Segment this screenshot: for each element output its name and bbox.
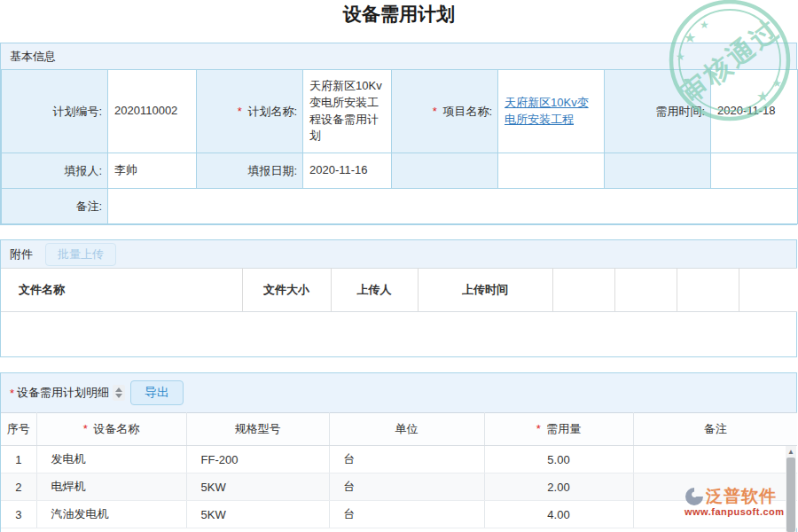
cell-remark [633,446,797,473]
detail-header-row: 序号 * 设备名称 规格型号 单位 * 需用量 备注 [1,413,797,446]
attachments-title: 附件 [10,246,33,262]
col-empty [552,269,614,312]
cell-seq: 3 [1,501,36,528]
cell-unit: 台 [329,473,484,501]
col-file-name: 文件名称 [1,269,242,312]
page: 设备需用计划 基本信息 计划编号: 2020110002 * 计划名称: 天府新… [0,0,798,532]
col-upload-time: 上传时间 [418,269,552,312]
required-icon: * [10,387,14,400]
basic-info-section: 基本信息 计划编号: 2020110002 * 计划名称: 天府新区10Kv变电… [0,43,797,225]
need-time-value: 2020-11-18 [711,70,798,153]
need-time-label: 需用时间: [605,70,711,153]
export-button[interactable]: 导出 [130,380,184,405]
attachments-section: 附件 批量上传 文件名称 文件大小 上传人 上传时间 [0,239,797,357]
required-icon: * [433,105,437,118]
remark-label: 备注: [2,189,108,224]
cell-seq: 2 [1,473,36,501]
report-date-label: 填报日期: [197,153,303,189]
col-remark: 备注 [633,413,797,446]
cell-equipment-name: 发电机 [36,446,186,473]
plan-name-value: 天府新区10Kv变电所安装工程设备需用计划 [303,70,392,153]
required-icon: * [536,422,541,435]
detail-section: * 设备需用计划明细 导出 序号 * 设备名称 规格型号 单位 * 需用量 备注 [0,372,797,532]
detail-table: 序号 * 设备名称 规格型号 单位 * 需用量 备注 1 发电机 FF-200 … [1,412,797,528]
col-required-qty: * 需用量 [484,413,633,446]
basic-info-table: 计划编号: 2020110002 * 计划名称: 天府新区10Kv变电所安装工程… [1,69,798,224]
plan-name-label: * 计划名称: [197,70,303,153]
table-row: 3 汽油发电机 5KW 台 4.00 [1,501,797,528]
col-unit: 单位 [329,413,484,446]
col-file-size: 文件大小 [242,269,331,312]
detail-header: * 设备需用计划明细 导出 [1,373,796,412]
project-name-value: 天府新区10Kv变电所安装工程 [498,70,605,153]
cell-spec-model: 5KW [186,473,329,501]
fanpu-logo-icon [685,487,704,506]
col-empty [739,269,797,312]
col-equipment-name: * 设备名称 [36,413,186,446]
plan-no-value: 2020110002 [108,70,197,153]
col-spec-model: 规格型号 [186,413,329,446]
empty-label-cell [605,153,711,189]
col-empty [677,269,739,312]
project-name-label: * 项目名称: [392,70,498,153]
page-title: 设备需用计划 [0,2,798,27]
empty-value-cell [498,153,605,189]
empty-value-cell [711,153,798,189]
cell-spec-model: FF-200 [186,446,329,473]
cell-required-qty: 4.00 [484,501,633,528]
cell-spec-model: 5KW [186,501,329,528]
cell-equipment-name: 电焊机 [36,473,186,501]
cell-required-qty: 2.00 [484,473,633,501]
attachments-header: 附件 批量上传 [1,240,796,268]
cell-equipment-name: 汽油发电机 [36,501,186,528]
table-row: 2 电焊机 5KW 台 2.00 [1,473,797,501]
basic-info-title: 基本信息 [10,49,56,65]
col-uploader: 上传人 [331,269,418,312]
vendor-name: 泛普软件 [706,485,777,508]
vendor-watermark: 泛普软件 www.fanpusoft.com [685,485,793,517]
required-icon: * [238,105,242,118]
empty-label-cell [392,153,498,189]
reporter-value: 李帅 [108,153,197,189]
attachments-table: 文件名称 文件大小 上传人 上传时间 [1,268,797,312]
batch-upload-button[interactable]: 批量上传 [45,243,116,266]
cell-seq: 1 [1,446,36,473]
detail-title: 设备需用计划明细 [17,385,109,401]
plan-no-label: 计划编号: [2,70,108,153]
project-link[interactable]: 天府新区10Kv变电所安装工程 [505,96,589,126]
vendor-url: www.fanpusoft.com [685,506,793,517]
remark-value [108,189,798,224]
col-empty [614,269,677,312]
cell-unit: 台 [329,446,484,473]
scroll-up-icon[interactable]: ▲ [786,446,796,457]
reporter-label: 填报人: [2,153,108,189]
basic-info-header: 基本信息 [1,43,796,69]
sort-icon[interactable] [113,385,125,401]
cell-unit: 台 [329,501,484,528]
col-seq: 序号 [1,413,36,446]
table-row: 1 发电机 FF-200 台 5.00 [1,446,797,473]
report-date-value: 2020-11-16 [303,153,392,189]
cell-required-qty: 5.00 [484,446,633,473]
required-icon: * [83,422,88,435]
